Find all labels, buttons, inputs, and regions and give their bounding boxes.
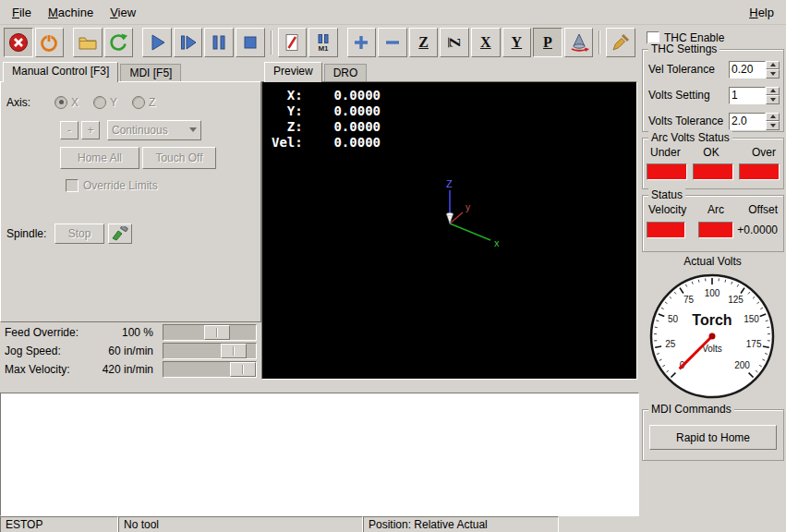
offset-label: Offset — [732, 203, 778, 216]
ok-indicator — [693, 163, 733, 180]
spindle-brush-icon — [112, 226, 128, 241]
slider-handle[interactable] — [230, 362, 256, 377]
toolbar: M1 Z Z — [0, 25, 639, 61]
jog-mode-dropdown[interactable]: Continuous — [107, 120, 201, 140]
pause-button[interactable] — [204, 28, 234, 57]
ok-label: OK — [693, 146, 730, 159]
preview-column: Preview DRO X: 0.0000 Y: 0.0000 Z: 0.000… — [261, 61, 639, 380]
jog-speed-value: 60 in/min — [96, 345, 153, 357]
jog-plus-button[interactable]: + — [81, 121, 100, 139]
run-program-button[interactable] — [142, 28, 172, 57]
menu-machine[interactable]: Machine — [40, 2, 102, 23]
spin-up-button[interactable] — [766, 87, 780, 96]
radio-icon — [93, 96, 106, 109]
menu-bar: File Machine View Help — [0, 0, 786, 25]
spindle-stop-button[interactable]: Stop — [54, 224, 104, 244]
optional-pause-button[interactable]: M1 — [308, 28, 338, 57]
step-button[interactable] — [174, 28, 203, 57]
svg-text:75: 75 — [683, 295, 695, 305]
svg-text:175: 175 — [746, 339, 762, 349]
axis-x-radio[interactable]: X — [54, 96, 79, 109]
skip-lines-button[interactable] — [278, 28, 308, 57]
toolbar-separator — [599, 30, 600, 54]
volts-setting-spinbox[interactable]: 1 — [729, 87, 780, 104]
open-file-button[interactable] — [73, 28, 103, 57]
view-top-button[interactable]: Z — [409, 28, 439, 57]
radio-icon — [132, 96, 145, 109]
tab-preview[interactable]: Preview — [264, 62, 322, 82]
rotate-view-button[interactable] — [564, 28, 594, 57]
spin-down-button[interactable] — [766, 69, 780, 79]
slider-handle[interactable] — [221, 344, 247, 358]
zoom-in-button[interactable] — [347, 28, 377, 57]
spin-down-button[interactable] — [766, 95, 780, 104]
touch-off-button[interactable]: Touch Off — [142, 147, 216, 169]
step-icon — [178, 32, 199, 53]
view-perspective-button[interactable]: P — [533, 28, 562, 57]
reload-file-button[interactable] — [104, 28, 134, 57]
status-estop: ESTOP — [0, 516, 118, 532]
app-window: File Machine View Help — [0, 0, 786, 532]
menu-view[interactable]: View — [102, 2, 144, 23]
spin-down-button[interactable] — [766, 121, 780, 130]
estop-icon — [8, 32, 29, 53]
estop-button[interactable] — [4, 28, 33, 57]
feed-override-slider[interactable] — [163, 324, 257, 341]
view-front-button[interactable]: Y — [502, 28, 532, 57]
arc-volts-title: Arc Volts Status — [648, 131, 732, 144]
tab-mdi[interactable]: MDI [F5] — [120, 64, 181, 81]
volts-setting-label: Volts Setting — [648, 89, 710, 102]
spin-up-button[interactable] — [766, 61, 780, 70]
axis-y-radio[interactable]: Y — [93, 96, 117, 109]
volts-tolerance-value[interactable]: 2.0 — [729, 113, 766, 130]
arrow-up-icon — [770, 63, 776, 66]
mdi-commands-title: MDI Commands — [648, 403, 734, 416]
jog-minus-button[interactable]: - — [60, 121, 79, 139]
menu-file[interactable]: File — [4, 2, 40, 23]
tab-manual-control[interactable]: Manual Control [F3] — [3, 62, 118, 82]
jog-speed-slider[interactable] — [163, 343, 257, 359]
max-velocity-slider[interactable] — [163, 361, 257, 378]
max-velocity-value: 420 in/min — [96, 363, 153, 376]
view-rotated-top-button[interactable]: Z — [440, 28, 469, 57]
svg-text:125: 125 — [728, 295, 744, 305]
vel-tolerance-value[interactable]: 0.20 — [729, 61, 766, 79]
vel-tolerance-label: Vel Tolerance — [648, 63, 715, 76]
radio-dot-icon — [54, 96, 67, 109]
stop-button[interactable] — [236, 28, 265, 57]
arc-indicator — [698, 222, 733, 238]
clear-plot-button[interactable] — [606, 28, 635, 57]
svg-text:25: 25 — [665, 339, 676, 349]
thc-panel: THC Enable THC Settings Vel Tolerance 0.… — [639, 25, 786, 532]
jog-speed-row: Jog Speed: 60 in/min — [0, 342, 261, 360]
rapid-to-home-button[interactable]: Rapid to Home — [649, 425, 777, 450]
actual-volts-label: Actual Volts — [639, 255, 786, 268]
spindle-brush-button[interactable] — [108, 224, 132, 244]
preview-tabs: Preview DRO — [261, 61, 639, 81]
svg-text:M1: M1 — [318, 44, 329, 53]
reload-icon — [108, 32, 128, 53]
stop-icon — [240, 32, 260, 53]
vel-tolerance-spinbox[interactable]: 0.20 — [729, 61, 780, 79]
status-title: Status — [648, 188, 685, 201]
svg-text:150: 150 — [744, 314, 759, 324]
spin-up-button[interactable] — [766, 113, 780, 122]
over-indicator — [739, 163, 780, 180]
arc-label: Arc — [700, 203, 732, 216]
home-all-button[interactable]: Home All — [60, 147, 139, 169]
message-history[interactable] — [0, 393, 639, 516]
volts-setting-value[interactable]: 1 — [729, 87, 766, 104]
preview-canvas[interactable]: X: 0.0000 Y: 0.0000 Z: 0.0000 Vel: 0.000… — [261, 81, 637, 380]
axis-z-radio[interactable]: Z — [132, 96, 155, 109]
machine-power-button[interactable] — [35, 28, 65, 57]
tab-dro[interactable]: DRO — [324, 64, 368, 81]
chevron-down-icon — [189, 127, 197, 132]
volts-tolerance-spinbox[interactable]: 2.0 — [729, 113, 780, 130]
override-limits-checkbox[interactable]: Override Limits — [66, 179, 158, 192]
status-bar: ESTOP No tool Position: Relative Actual — [0, 516, 639, 532]
spindle-label: Spindle: — [6, 227, 54, 240]
slider-handle[interactable] — [204, 325, 230, 340]
menu-help[interactable]: Help — [741, 2, 782, 23]
view-side-button[interactable]: X — [471, 28, 501, 57]
zoom-out-button[interactable] — [378, 28, 407, 57]
